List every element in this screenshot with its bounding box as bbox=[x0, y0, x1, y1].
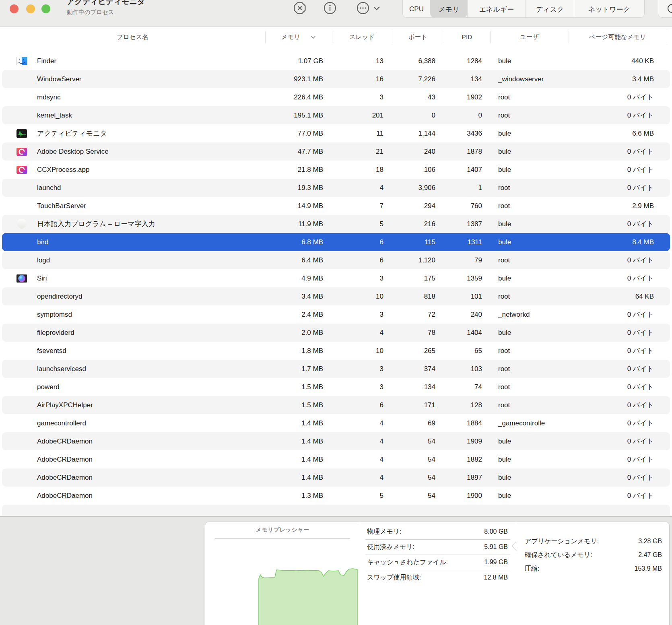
cell-text: 1,120 bbox=[418, 256, 435, 264]
tab-CPU[interactable]: CPU bbox=[403, 0, 430, 17]
memory-pressure-title: メモリプレッシャー bbox=[205, 526, 360, 534]
finder-icon bbox=[16, 57, 27, 65]
cell-text: 1387 bbox=[467, 220, 482, 228]
table-row[interactable]: アクティビティモニタ77.0 MB111,1443436bule6.6 MB bbox=[0, 124, 672, 142]
cell-text: 4 bbox=[380, 437, 383, 445]
cell-text: 6.6 MB bbox=[632, 130, 654, 137]
cell-text: TouchBarServer bbox=[37, 202, 86, 210]
close-window-button[interactable] bbox=[10, 4, 19, 13]
table-row[interactable]: 日本語入力プログラム – ローマ字入力11.9 MB52161387bule0 … bbox=[0, 215, 672, 233]
table-row[interactable]: WindowServer923.1 MB167,226134_windowser… bbox=[0, 70, 672, 88]
tab-ディスク[interactable]: ディスク bbox=[526, 0, 574, 17]
table-row[interactable]: powerd1.5 MB313474root0 バイト bbox=[0, 378, 672, 396]
cell-text: 2.4 MB bbox=[301, 311, 323, 318]
options-menu-button[interactable] bbox=[356, 1, 381, 15]
stat-divider bbox=[365, 555, 510, 555]
cell-text: bule bbox=[498, 437, 511, 445]
thr-cell: 11 bbox=[332, 130, 392, 138]
table-row[interactable]: symptomsd2.4 MB372240_networkd0 バイト bbox=[0, 305, 672, 324]
cell-text: 3 bbox=[380, 274, 383, 282]
inspect-process-button[interactable] bbox=[323, 1, 337, 15]
cell-text: _gamecontrolle bbox=[498, 419, 545, 427]
column-header-0[interactable]: プロセス名 bbox=[0, 26, 265, 48]
table-row[interactable]: bird6.8 MB61151311bule8.4 MB bbox=[0, 233, 672, 251]
adobe-cc-icon-wrap bbox=[16, 148, 27, 156]
cell-text: 0 バイト bbox=[627, 419, 654, 427]
table-row[interactable]: CCXProcess.app21.8 MB181061407bule0 バイト bbox=[0, 161, 672, 179]
column-header-1[interactable]: メモリ bbox=[265, 26, 332, 48]
table-row[interactable]: launchservicesd1.7 MB3374103root0 バイト bbox=[0, 360, 672, 378]
table-row[interactable]: AirPlayXPCHelper1.5 MB6171128root0 バイト bbox=[0, 396, 672, 414]
table-row[interactable]: Finder1.07 GB136,3881284bule440 KB bbox=[0, 52, 672, 70]
table-row[interactable]: AdobeCRDaemon1.4 MB4541897bule0 バイト bbox=[0, 468, 672, 487]
cell-text: root bbox=[498, 365, 510, 373]
name-cell: Adobe Desktop Service bbox=[0, 148, 265, 156]
table-row[interactable]: gamecontrollerd1.4 MB4691884_gamecontrol… bbox=[0, 414, 672, 432]
table-row[interactable]: Siri4.9 MB31751359bule0 バイト bbox=[0, 269, 672, 287]
tab-ネットワーク[interactable]: ネットワーク bbox=[574, 0, 644, 17]
mem-cell: 1.8 MB bbox=[265, 347, 332, 355]
thr-cell: 6 bbox=[332, 238, 392, 246]
column-divider bbox=[444, 31, 444, 43]
column-header-6[interactable]: ページ可能なメモリ bbox=[569, 26, 667, 48]
pid-cell: 1311 bbox=[444, 238, 490, 246]
cell-text: 77.0 MB bbox=[298, 130, 323, 137]
cell-text: root bbox=[498, 347, 510, 355]
pid-cell: 1 bbox=[444, 184, 490, 192]
table-row[interactable]: fseventsd1.8 MB1026565root0 バイト bbox=[0, 342, 672, 360]
column-header-5[interactable]: ユーザ bbox=[490, 26, 569, 48]
table-row[interactable]: TouchBarServer14.9 MB7294760root2.9 MB bbox=[0, 197, 672, 215]
tab-メモリ[interactable]: メモリ bbox=[430, 0, 467, 17]
user-cell: root bbox=[490, 184, 569, 192]
mem-cell: 1.5 MB bbox=[265, 383, 332, 391]
table-row[interactable]: AdobeCRDaemon1.4 MB4541882bule0 バイト bbox=[0, 450, 672, 468]
cell-text: 47.7 MB bbox=[298, 148, 323, 155]
port-cell: 0 bbox=[392, 111, 444, 120]
stat-label: 圧縮: bbox=[525, 565, 539, 573]
table-row[interactable] bbox=[0, 505, 672, 516]
port-cell: 265 bbox=[392, 347, 444, 355]
finder-icon-wrap bbox=[16, 57, 27, 65]
table-row[interactable]: launchd19.3 MB43,9061root0 バイト bbox=[0, 179, 672, 197]
stat-value: 12.8 MB bbox=[484, 573, 508, 582]
cell-text: mdsync bbox=[37, 93, 61, 101]
cell-text: 11 bbox=[376, 130, 383, 137]
column-header-pid[interactable]: PID bbox=[444, 26, 490, 48]
user-cell: bule bbox=[490, 456, 569, 464]
table-row[interactable]: Adobe Desktop Service47.7 MB212401878bul… bbox=[0, 142, 672, 161]
cell-text: 1902 bbox=[467, 93, 482, 101]
user-cell: root bbox=[490, 256, 569, 264]
cell-text: Finder bbox=[37, 57, 56, 65]
table-row[interactable]: fileproviderd2.0 MB4781404bule0 バイト bbox=[0, 324, 672, 342]
cell-text: 6,388 bbox=[418, 57, 435, 65]
column-header-2[interactable]: スレッド bbox=[332, 26, 392, 48]
search-button[interactable] bbox=[658, 0, 672, 18]
table-row[interactable]: kernel_task195.1 MB20100root0 バイト bbox=[0, 106, 672, 124]
minimize-window-button[interactable] bbox=[26, 4, 35, 13]
quit-process-button[interactable] bbox=[293, 1, 307, 15]
table-row[interactable]: opendirectoryd3.4 MB10818101root64 KB bbox=[0, 287, 672, 305]
tab-エネルギー[interactable]: エネルギー bbox=[467, 0, 526, 17]
cell-text: 1311 bbox=[467, 238, 482, 246]
pid-cell: 1909 bbox=[444, 437, 490, 446]
pid-cell: 1902 bbox=[444, 93, 490, 101]
stat-row: 確保されているメモリ:2.47 GB bbox=[525, 551, 662, 559]
zoom-window-button[interactable] bbox=[41, 4, 50, 13]
port-cell: 3,906 bbox=[392, 184, 444, 192]
table-row[interactable]: AdobeCRDaemon1.3 MB5541900bule0 バイト bbox=[0, 487, 672, 505]
table-row[interactable]: AdobeCRDaemon1.4 MB4541909bule0 バイト bbox=[0, 432, 672, 450]
mem-cell: 1.4 MB bbox=[265, 419, 332, 427]
column-header-3[interactable]: ポート bbox=[392, 26, 444, 48]
cell-text: 0 バイト bbox=[627, 256, 654, 264]
cell-text: root bbox=[498, 401, 510, 409]
port-cell: 72 bbox=[392, 311, 444, 319]
cell-text: 3.4 MB bbox=[301, 293, 323, 300]
mem-cell: 4.9 MB bbox=[265, 274, 332, 283]
mem-cell: 14.9 MB bbox=[265, 202, 332, 210]
cell-text: bule bbox=[498, 166, 511, 173]
user-cell: root bbox=[490, 111, 569, 120]
column-divider bbox=[667, 31, 667, 43]
table-row[interactable]: logd6.4 MB61,12079root0 バイト bbox=[0, 251, 672, 269]
thr-cell: 6 bbox=[332, 401, 392, 409]
table-row[interactable]: mdsync226.4 MB3431902root0 バイト bbox=[0, 88, 672, 106]
